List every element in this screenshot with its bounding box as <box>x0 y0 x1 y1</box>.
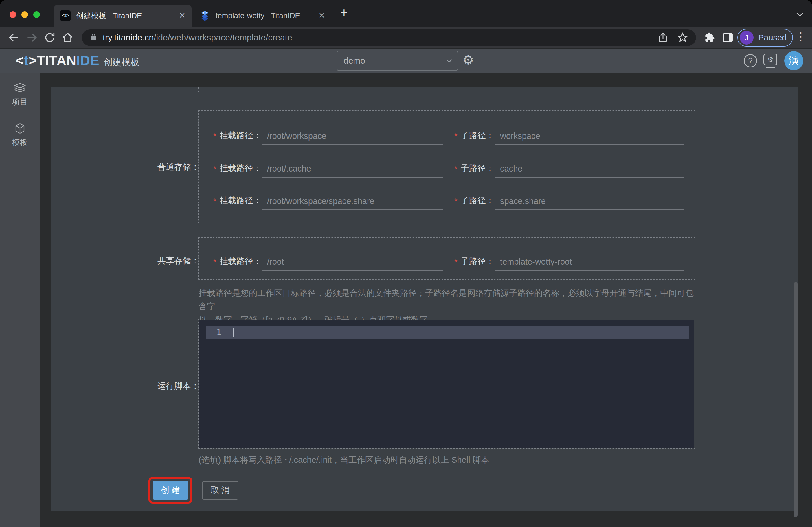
browser-toolbar: try.titanide.cn/ide/web/workspace/templa… <box>0 27 812 48</box>
back-icon[interactable] <box>8 31 20 44</box>
sub-path-label: 子路径： <box>461 163 495 178</box>
mount-path-input[interactable]: /root/workspace/space.share <box>262 196 443 210</box>
scrollbar-thumb[interactable] <box>794 282 798 517</box>
storage-row: * 挂载路径： /root/workspace * 子路径： workspace <box>213 123 683 145</box>
user-avatar[interactable]: 演 <box>784 51 803 70</box>
side-nav: 项目 模板 <box>0 73 40 527</box>
sidebar-item-templates[interactable]: 模板 <box>0 123 40 147</box>
close-tab-icon[interactable]: ✕ <box>318 11 325 20</box>
run-script-group: 1 <box>198 319 695 449</box>
sub-path-label: 子路径： <box>461 256 495 271</box>
minimize-window-button[interactable] <box>21 11 28 18</box>
create-template-form: 普通存储： * 挂载路径： /root/workspace * 子路径： wor… <box>51 87 798 511</box>
storage-row: * 挂载路径： /root/.cache * 子路径： cache <box>213 156 683 178</box>
workspace-select-value: demo <box>344 56 447 65</box>
sidebar-item-projects[interactable]: 项目 <box>0 73 40 107</box>
line-number: 1 <box>206 326 231 339</box>
tab-search-chevron-icon[interactable] <box>797 10 803 17</box>
normal-storage-group: * 挂载路径： /root/workspace * 子路径： workspace… <box>198 110 695 223</box>
bookmark-star-icon[interactable] <box>677 32 688 43</box>
home-icon[interactable] <box>61 31 74 44</box>
page-title: 创建模板 <box>104 56 140 68</box>
help-icon[interactable]: ? <box>744 54 757 68</box>
normal-storage-label: 普通存储： <box>157 161 199 172</box>
profile-status: Paused <box>758 33 786 43</box>
hint-line: 挂载路径是您的工作区目标路径，必须是合法的文件夹路径；子路径名是网络存储源子路径… <box>199 286 696 313</box>
required-marker: * <box>213 197 220 210</box>
reload-icon[interactable] <box>43 31 56 44</box>
lock-icon[interactable] <box>89 33 98 42</box>
storage-row: * 挂载路径： /root * 子路径： template-wetty-root <box>213 249 683 271</box>
forward-icon[interactable] <box>26 31 38 44</box>
sub-path-input[interactable]: template-wetty-root <box>495 257 683 271</box>
mount-path-label: 挂载路径： <box>220 130 262 145</box>
app-header: <t>TITANIDE 创建模板 demo ⚙ ? ⚙ 演 <box>0 48 812 73</box>
zoom-window-button[interactable] <box>33 11 40 18</box>
workspace-select[interactable]: demo <box>336 50 458 71</box>
browser-menu-icon[interactable]: ⋮ <box>795 30 806 43</box>
script-note: (选填) 脚本将写入路径 ~/.cache/.init，当工作区启动时自动运行以… <box>199 454 489 466</box>
mount-path-label: 挂载路径： <box>220 256 262 271</box>
mount-path-label: 挂载路径： <box>220 195 262 210</box>
console-settings-icon[interactable]: ⚙ <box>764 54 778 68</box>
tab-title: 创建模板 - TitanIDE <box>76 11 176 21</box>
tab-divider <box>334 8 335 19</box>
cube-icon <box>13 123 27 134</box>
required-marker: * <box>454 258 461 271</box>
required-marker: * <box>454 197 461 210</box>
required-marker: * <box>213 132 220 145</box>
cancel-button[interactable]: 取 消 <box>202 481 238 499</box>
storage-row: * 挂载路径： /root/workspace/space.share * 子路… <box>213 189 683 210</box>
template-favicon-icon <box>199 10 211 21</box>
tab-create-template[interactable]: <t> 创建模板 - TitanIDE ✕ <box>54 5 192 27</box>
new-tab-button[interactable]: + <box>340 5 348 20</box>
close-window-button[interactable] <box>10 11 16 18</box>
shared-storage-label: 共享存储： <box>157 255 199 266</box>
close-tab-icon[interactable]: ✕ <box>179 11 186 20</box>
profile-avatar: J <box>740 31 754 45</box>
required-marker: * <box>213 164 220 178</box>
sub-path-label: 子路径： <box>461 195 495 210</box>
sidebar-item-label: 模板 <box>12 137 28 147</box>
sidebar-item-label: 项目 <box>12 97 28 107</box>
url-text: try.titanide.cn/ide/web/workspace/templa… <box>103 33 292 43</box>
editor-ruler-line <box>622 339 622 446</box>
mount-path-input[interactable]: /root <box>262 257 443 271</box>
share-icon[interactable] <box>657 32 669 43</box>
mount-path-input[interactable]: /root/workspace <box>262 131 443 145</box>
url-path: /ide/web/workspace/template/create <box>154 33 292 42</box>
gear-icon[interactable]: ⚙ <box>462 52 474 67</box>
browser-window: <t> 创建模板 - TitanIDE ✕ template-wetty - T… <box>0 0 812 527</box>
mount-path-input[interactable]: /root/.cache <box>262 164 443 178</box>
titanide-favicon-icon: <t> <box>60 10 71 21</box>
tab-title: template-wetty - TitanIDE <box>216 11 316 20</box>
text-cursor <box>233 328 234 337</box>
mount-path-label: 挂载路径： <box>220 163 262 178</box>
tab-strip: <t> 创建模板 - TitanIDE ✕ template-wetty - T… <box>0 0 812 27</box>
profile-chip[interactable]: J Paused <box>737 29 793 47</box>
sub-path-input[interactable]: workspace <box>495 131 683 145</box>
titanide-logo: <t>TITANIDE <box>16 53 100 68</box>
extensions-puzzle-icon[interactable] <box>703 31 715 44</box>
url-host: try.titanide.cn <box>103 33 154 42</box>
url-bar[interactable]: try.titanide.cn/ide/web/workspace/templa… <box>82 29 696 46</box>
clipped-group-box <box>198 87 695 92</box>
sub-path-input[interactable]: cache <box>495 164 683 178</box>
required-marker: * <box>454 164 461 178</box>
side-panel-icon[interactable] <box>722 31 734 44</box>
window-controls <box>10 11 40 18</box>
editor-current-line: 1 <box>206 326 689 339</box>
shared-storage-group: * 挂载路径： /root * 子路径： template-wetty-root <box>198 237 695 280</box>
create-button-highlight-annotation <box>148 477 192 503</box>
sub-path-label: 子路径： <box>461 130 495 145</box>
required-marker: * <box>213 258 220 271</box>
layers-icon <box>13 82 27 94</box>
run-script-label: 运行脚本： <box>157 380 199 391</box>
sub-path-input[interactable]: space.share <box>495 196 683 210</box>
tab-template-wetty[interactable]: template-wetty - TitanIDE ✕ <box>193 5 331 27</box>
required-marker: * <box>454 132 461 145</box>
script-editor[interactable]: 1 <box>199 320 694 448</box>
chevron-down-icon <box>446 57 452 63</box>
